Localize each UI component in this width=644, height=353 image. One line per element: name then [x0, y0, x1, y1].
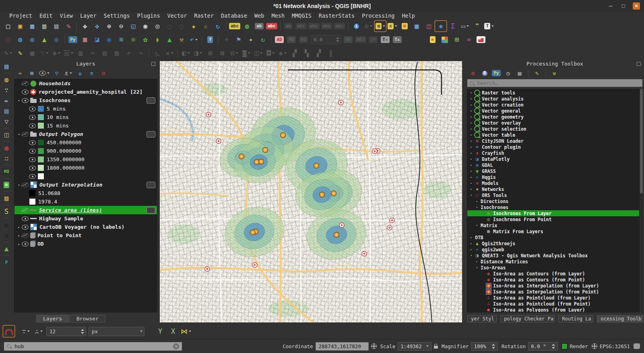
processing-tree-item[interactable]: ▸✳Hqgis — [467, 174, 639, 180]
new-memory-layer-icon[interactable]: ▤ — [1, 106, 12, 116]
undo-plugin-icon[interactable]: ↶ — [188, 35, 199, 45]
expander-icon[interactable]: ▸ — [469, 236, 474, 239]
snap-mode-segment-icon[interactable]: ∴ — [33, 326, 44, 337]
visibility-eye-icon[interactable] — [22, 225, 29, 230]
visibility-eye-icon[interactable] — [22, 183, 29, 187]
processing-tree-item[interactable]: ▸Vector creation — [467, 102, 639, 108]
vertex-marker-icon[interactable]: ✦ — [245, 35, 256, 45]
results-viewer-icon[interactable]: ▤ — [515, 69, 524, 78]
quickosm-icon[interactable]: ▨ — [1, 193, 12, 203]
menu-settings[interactable]: Settings — [100, 12, 134, 19]
processing-tree-item[interactable]: ▸Vector analysis — [467, 96, 639, 102]
visibility-eye-icon[interactable] — [22, 208, 29, 213]
visibility-eye-icon[interactable] — [22, 233, 29, 238]
add-wfs-layer-icon[interactable]: ◍ — [27, 35, 38, 45]
pan-map-icon[interactable]: ✥ — [79, 21, 91, 31]
r-scripts-icon[interactable]: R — [480, 69, 489, 78]
menu-rasterstats[interactable]: RasterStats — [315, 12, 358, 19]
dataplotly-icon[interactable]: ◪ — [91, 35, 103, 45]
messages-icon[interactable] — [634, 343, 640, 349]
processing-tree-item[interactable]: ▦Matrix From Layers — [467, 228, 639, 234]
measure-icon[interactable]: ▭ — [459, 21, 471, 31]
models-icon[interactable]: ⚙ — [468, 69, 478, 78]
pin-labels-icon[interactable]: ab — [254, 21, 265, 31]
panel-tab[interactable]: pology Checker Pa — [500, 315, 555, 322]
expander-icon[interactable]: ▸ — [469, 115, 474, 119]
minimize-button[interactable]: ─ — [607, 2, 614, 10]
processing-tree-item[interactable]: ▾Matrix — [467, 222, 639, 228]
layer-row[interactable]: Service area (lines) — [14, 206, 157, 214]
expander-icon[interactable]: ▸ — [475, 199, 479, 203]
layer-row[interactable]: reprojected_amenity_hospital [22] — [14, 88, 157, 96]
menu-edit[interactable]: Edit — [36, 12, 56, 19]
layer-row[interactable]: Highway Sample — [14, 214, 157, 223]
processing-tree-item[interactable]: ▸⚙Models — [467, 180, 639, 186]
expander-icon[interactable]: ▸ — [469, 121, 474, 125]
processing-tree-item[interactable]: ∴Iso-Area as Pointcloud (from Point) — [467, 301, 639, 307]
new-bookmark-icon[interactable]: ★ — [188, 21, 199, 31]
clear-search-icon[interactable]: × — [173, 343, 179, 349]
open-layer-styling-icon[interactable]: ✑ — [15, 69, 25, 78]
menu-web[interactable]: Web — [251, 12, 268, 19]
add-table-icon[interactable]: ⊞ — [451, 35, 462, 45]
qgis2threejs-icon[interactable]: ▲ — [39, 35, 50, 45]
expander-icon[interactable]: ▸ — [469, 181, 474, 185]
visibility-eye-icon[interactable] — [22, 90, 29, 94]
open-project-icon[interactable]: ▣ — [14, 21, 26, 31]
terrain-shading-icon[interactable]: ▲ — [164, 35, 175, 45]
new-print-layout-icon[interactable]: ▥ — [39, 21, 50, 31]
processing-tree-item[interactable]: ▸❖Networks — [467, 186, 639, 192]
processing-tree-item[interactable]: ▸◖Crayfish — [467, 150, 639, 156]
coordinate-value[interactable]: 288743,1617820 — [316, 342, 369, 351]
expander-icon[interactable]: ▾ — [469, 254, 474, 257]
locator-input[interactable] — [14, 343, 170, 350]
filter-by-expression-icon[interactable]: ε — [64, 69, 73, 78]
layer-row[interactable]: 900.0000000 — [14, 147, 157, 155]
scale-lock-icon[interactable] — [434, 346, 438, 349]
layer-row[interactable]: 5 mins — [14, 105, 157, 113]
enable-snapping-icon[interactable] — [3, 326, 14, 337]
hammer-tool-icon[interactable]: ⚒ — [176, 35, 187, 45]
processing-tree-item[interactable]: ●Iso-Area as Polygons (from Layer) — [467, 307, 639, 312]
layer-row[interactable] — [14, 172, 157, 181]
expander-icon[interactable]: ▸ — [16, 242, 22, 246]
layout-manager-icon[interactable]: ▤ — [51, 21, 62, 31]
layer-row[interactable]: ▸Point to Point — [14, 231, 157, 240]
layer-diagram-icon[interactable]: ◍ — [242, 21, 253, 31]
text-bigger-button[interactable]: T+ — [392, 35, 403, 45]
expander-icon[interactable]: ▾ — [16, 132, 22, 136]
expander-icon[interactable]: ▸ — [16, 234, 22, 238]
menu-raster[interactable]: Raster — [190, 12, 217, 19]
advanced-digitize-ad-button[interactable]: AD — [274, 35, 285, 45]
expander-icon[interactable]: ▸ — [469, 242, 474, 245]
panel-tab[interactable]: ocessing Toolb — [597, 315, 643, 322]
layer-row[interactable]: 10 mins — [14, 113, 157, 121]
processing-tree-item[interactable]: Iso-Area as Interpolation (from Point) — [467, 289, 639, 295]
new-virtual-layer-icon[interactable]: ▽ — [1, 117, 12, 126]
contour-plugin-icon[interactable]: ✿ — [140, 35, 151, 45]
expander-icon[interactable]: ▸ — [469, 175, 474, 179]
add-web-layer-icon[interactable]: ◍ — [1, 75, 12, 84]
construction-tool-icon[interactable]: ⚑ — [233, 35, 244, 45]
processing-tree-item[interactable]: ▸◪DataPlotly — [467, 156, 639, 162]
osm-search-icon[interactable]: ⊙ — [1, 180, 12, 190]
profile-tool-icon[interactable]: ◗ — [152, 35, 163, 45]
search-layers-icon[interactable]: ⊙ — [128, 35, 139, 45]
undo-dark-icon[interactable]: ↺ — [1, 230, 12, 240]
spin-arrows-icon[interactable] — [492, 344, 495, 349]
panel-tab-browser[interactable]: Browser — [70, 315, 105, 322]
new-geopackage-icon[interactable]: ✒ — [1, 96, 12, 105]
menu-mesh[interactable]: Mesh — [268, 12, 289, 19]
processing-tree-item[interactable]: ▸◍GDAL — [467, 162, 639, 168]
visibility-eye-icon[interactable] — [29, 107, 36, 111]
menu-database[interactable]: Database — [217, 12, 251, 19]
sld4raster-icon[interactable] — [439, 35, 450, 45]
pan-to-selection-icon[interactable]: ✜ — [91, 21, 103, 31]
statistical-summary-icon[interactable]: Σ — [447, 21, 458, 31]
snap-unit-select[interactable]: px — [88, 326, 145, 337]
layer-row[interactable]: ▾Output Interpolation — [14, 181, 157, 189]
scrollbar-thumb[interactable] — [640, 89, 643, 193]
deselect-all-icon[interactable]: ⊘ — [399, 21, 410, 31]
visibility-eye-icon[interactable] — [22, 132, 29, 137]
ors-tools-icon[interactable]: ≈ — [427, 35, 438, 45]
